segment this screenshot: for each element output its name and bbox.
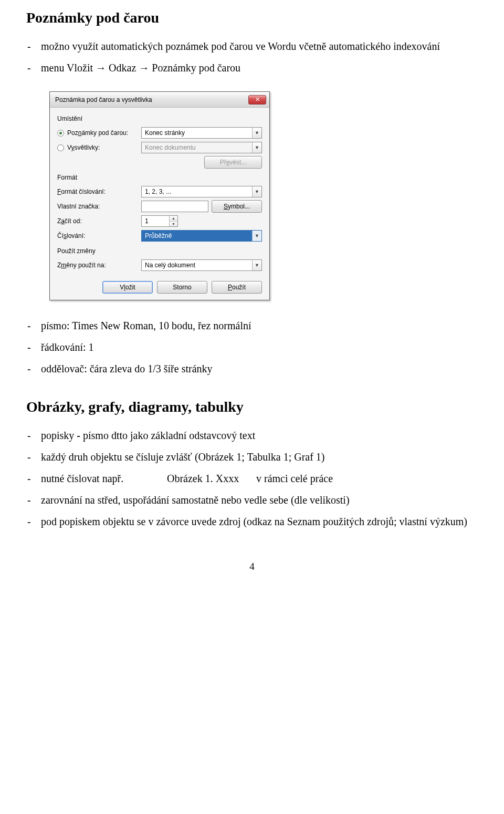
label-numfmt: Formát číslování:	[57, 188, 106, 195]
row-numbering: Číslování: Průběžně ▼	[57, 228, 262, 243]
combo-apply-to[interactable]: Na celý dokument ▼	[141, 259, 262, 271]
list-item: - menu Vložit → Odkaz → Poznámky pod čar…	[27, 57, 478, 79]
chevron-down-icon: ▼	[252, 260, 261, 270]
dialog-footnote: Poznámka pod čarou a vysvětlivka ✕ Umíst…	[49, 91, 270, 300]
spinner-value: 1	[142, 217, 169, 225]
combo-numbering[interactable]: Průběžně ▼	[141, 230, 262, 242]
bullet-dash: -	[27, 358, 41, 380]
radio-footnotes-label: Poznámky pod čarou:	[67, 129, 128, 137]
row-footnotes: Poznámky pod čarou: Konec stránky ▼	[57, 126, 262, 140]
apply-button[interactable]: Použít	[212, 281, 262, 294]
dialog-title: Poznámka pod čarou a vysvětlivka	[55, 96, 152, 103]
list-item: - každý druh objektu se čísluje zvlášť (…	[27, 446, 478, 468]
bullet-dash: -	[27, 446, 41, 468]
bullet-dash: -	[27, 315, 41, 337]
chevron-down-icon: ▼	[252, 231, 261, 241]
cell-text: Obrázek 1. Xxxx	[167, 468, 256, 489]
label-applyto: Změny použít na:	[57, 262, 106, 269]
cancel-button[interactable]: Storno	[157, 281, 207, 294]
bullet-dash: -	[27, 57, 41, 79]
bullet-text: možno využít automatických poznámek pod …	[41, 36, 478, 57]
chevron-down-icon[interactable]: ▼	[170, 221, 177, 227]
bullet-dash: -	[27, 468, 41, 489]
list-item: - popisky - písmo dtto jako základní ods…	[27, 425, 478, 446]
combo-value: 1, 2, 3, ...	[145, 188, 171, 195]
combo-endnotes-location: Konec dokumentu ▼	[141, 142, 262, 153]
chevron-up-icon[interactable]: ▲	[170, 216, 177, 221]
combo-value: Konec dokumentu	[145, 144, 196, 151]
row-numfmt: Formát číslování: 1, 2, 3, ... ▼	[57, 184, 262, 199]
group-label-location: Umístění	[57, 115, 262, 122]
list-item: - možno využít automatických poznámek po…	[27, 36, 478, 57]
dialog-body: Umístění Poznámky pod čarou: Konec strán…	[50, 108, 269, 300]
images-bullets: - popisky - písmo dtto jako základní ods…	[27, 425, 478, 533]
insert-button[interactable]: Vložit	[102, 281, 153, 294]
bullet-dash: -	[27, 337, 41, 358]
label-numbering: Číslování:	[57, 232, 85, 239]
bullet-text: každý druh objektu se čísluje zvlášť (Ob…	[41, 446, 478, 468]
cell-text: nutné číslovat např.	[41, 468, 167, 489]
close-icon: ✕	[255, 96, 260, 103]
row-custommark: Vlastní značka: Symbol...	[57, 199, 262, 214]
row-endnotes: Vysvětlivky: Konec dokumentu ▼	[57, 140, 262, 155]
chevron-down-icon: ▼	[252, 128, 261, 138]
combo-value: Konec stránky	[145, 129, 185, 137]
combo-footnotes-location[interactable]: Konec stránky ▼	[141, 127, 262, 139]
footnotes-bullets: - možno využít automatických poznámek po…	[27, 36, 478, 79]
heading-footnotes: Poznámky pod čarou	[26, 9, 478, 26]
cell-text: v rámci celé práce	[256, 468, 478, 489]
dialog-button-row: Vložit Storno Použít	[57, 281, 262, 294]
heading-images: Obrázky, grafy, diagramy, tabulky	[26, 399, 478, 415]
page-number: 4	[26, 561, 478, 572]
list-item: - zarovnání na střed, uspořádání samosta…	[27, 489, 478, 511]
convert-button: Převést...	[204, 156, 262, 169]
chevron-down-icon: ▼	[252, 142, 261, 153]
bullet-text: písmo: Times New Roman, 10 bodu, řez nor…	[41, 315, 478, 337]
bullet-text: oddělovač: čára zleva do 1/3 šíře stránk…	[41, 358, 478, 380]
bullet-text: popisky - písmo dtto jako základní odsta…	[41, 425, 478, 446]
close-button[interactable]: ✕	[248, 95, 266, 105]
symbol-button[interactable]: Symbol...	[212, 200, 262, 213]
chevron-down-icon: ▼	[252, 186, 261, 197]
radio-endnotes-label: Vysvětlivky:	[67, 144, 100, 151]
radio-footnotes[interactable]	[57, 130, 64, 137]
combo-value: Na celý dokument	[145, 262, 195, 269]
combo-value: Průběžně	[145, 232, 172, 239]
bullet-text: pod popiskem objektu se v závorce uvede …	[41, 511, 478, 533]
group-label-apply: Použít změny	[57, 247, 262, 255]
group-label-format: Formát	[57, 174, 262, 181]
label-custommark: Vlastní značka:	[57, 203, 100, 210]
bullet-text: řádkování: 1	[41, 337, 478, 358]
list-item: - oddělovač: čára zleva do 1/3 šíře strá…	[27, 358, 478, 380]
row-convert: Převést...	[57, 155, 262, 170]
label-startat: Začít od:	[57, 217, 82, 225]
bullet-dash: -	[27, 489, 41, 511]
list-item: - pod popiskem objektu se v závorce uved…	[27, 511, 478, 533]
custom-mark-input[interactable]	[141, 201, 208, 212]
dialog-screenshot: Poznámka pod čarou a vysvětlivka ✕ Umíst…	[49, 91, 478, 300]
start-at-spinner[interactable]: 1 ▲ ▼	[141, 215, 178, 227]
row-startat: Začít od: 1 ▲ ▼	[57, 214, 262, 228]
bullet-text: zarovnání na střed, uspořádání samostatn…	[41, 489, 478, 511]
combo-number-format[interactable]: 1, 2, 3, ... ▼	[141, 186, 262, 197]
row-applyto: Změny použít na: Na celý dokument ▼	[57, 258, 262, 273]
list-item: - řádkování: 1	[27, 337, 478, 358]
list-item: - písmo: Times New Roman, 10 bodu, řez n…	[27, 315, 478, 337]
bullet-dash: -	[27, 511, 41, 533]
list-item-tabbed: - nutné číslovat např. Obrázek 1. Xxxx v…	[27, 468, 478, 489]
bullet-text: menu Vložit → Odkaz → Poznámky pod čarou	[41, 57, 478, 79]
dialog-titlebar: Poznámka pod čarou a vysvětlivka ✕	[50, 92, 269, 108]
bullet-dash: -	[27, 425, 41, 446]
font-bullets: - písmo: Times New Roman, 10 bodu, řez n…	[27, 315, 478, 380]
bullet-dash: -	[27, 36, 41, 57]
radio-endnotes[interactable]	[57, 144, 64, 151]
